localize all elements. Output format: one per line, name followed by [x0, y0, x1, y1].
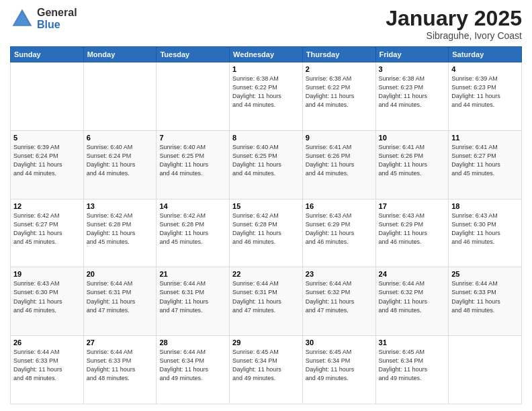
day-info: Sunrise: 6:44 AMSunset: 6:32 PMDaylight:…: [379, 279, 446, 314]
day-info: Sunrise: 6:40 AMSunset: 6:24 PMDaylight:…: [87, 143, 154, 178]
day-number: 4: [451, 65, 519, 73]
day-info: Sunrise: 6:40 AMSunset: 6:25 PMDaylight:…: [159, 143, 226, 178]
day-info: Sunrise: 6:43 AMSunset: 6:30 PMDaylight:…: [13, 279, 81, 314]
calendar-cell: 21Sunrise: 6:44 AMSunset: 6:31 PMDayligh…: [157, 267, 230, 336]
title-block: January 2025 Sibraguhe, Ivory Coast: [386, 7, 522, 41]
calendar-cell: 25Sunrise: 6:44 AMSunset: 6:33 PMDayligh…: [449, 267, 522, 336]
day-number: 31: [379, 338, 446, 347]
calendar-cell: 15Sunrise: 6:42 AMSunset: 6:28 PMDayligh…: [230, 199, 303, 267]
day-info: Sunrise: 6:44 AMSunset: 6:31 PMDaylight:…: [87, 279, 154, 314]
calendar-cell: 11Sunrise: 6:41 AMSunset: 6:27 PMDayligh…: [449, 130, 522, 199]
calendar-cell: [449, 336, 522, 404]
calendar-week-3: 12Sunrise: 6:42 AMSunset: 6:27 PMDayligh…: [11, 199, 522, 267]
day-info: Sunrise: 6:41 AMSunset: 6:27 PMDaylight:…: [451, 143, 519, 178]
day-number: 6: [87, 134, 154, 142]
day-info: Sunrise: 6:38 AMSunset: 6:22 PMDaylight:…: [306, 75, 373, 109]
logo-general-label: General: [37, 7, 77, 19]
day-of-week-thursday: Thursday: [302, 47, 375, 62]
day-info: Sunrise: 6:45 AMSunset: 6:34 PMDaylight:…: [232, 348, 300, 383]
day-info: Sunrise: 6:45 AMSunset: 6:34 PMDaylight:…: [379, 348, 446, 383]
calendar-cell: 7Sunrise: 6:40 AMSunset: 6:25 PMDaylight…: [157, 130, 230, 199]
calendar-title: January 2025: [386, 7, 522, 30]
calendar-cell: [157, 62, 230, 131]
day-info: Sunrise: 6:40 AMSunset: 6:25 PMDaylight:…: [232, 143, 300, 178]
calendar-cell: 17Sunrise: 6:43 AMSunset: 6:29 PMDayligh…: [375, 199, 449, 267]
calendar-cell: 2Sunrise: 6:38 AMSunset: 6:22 PMDaylight…: [302, 62, 375, 131]
day-info: Sunrise: 6:44 AMSunset: 6:31 PMDaylight:…: [232, 279, 300, 314]
day-number: 19: [13, 270, 81, 278]
day-number: 1: [232, 65, 300, 73]
day-number: 16: [306, 202, 373, 210]
day-number: 20: [87, 270, 154, 278]
calendar-cell: 3Sunrise: 6:38 AMSunset: 6:23 PMDaylight…: [375, 62, 449, 131]
day-info: Sunrise: 6:44 AMSunset: 6:32 PMDaylight:…: [306, 279, 373, 314]
day-info: Sunrise: 6:38 AMSunset: 6:23 PMDaylight:…: [379, 75, 446, 109]
day-number: 18: [451, 202, 519, 210]
header: General Blue January 2025 Sibraguhe, Ivo…: [10, 7, 522, 41]
day-info: Sunrise: 6:44 AMSunset: 6:34 PMDaylight:…: [159, 348, 226, 383]
calendar-cell: 14Sunrise: 6:42 AMSunset: 6:28 PMDayligh…: [157, 199, 230, 267]
calendar-cell: 4Sunrise: 6:39 AMSunset: 6:23 PMDaylight…: [449, 62, 522, 131]
day-number: 3: [379, 65, 446, 73]
day-info: Sunrise: 6:44 AMSunset: 6:33 PMDaylight:…: [13, 348, 81, 383]
day-info: Sunrise: 6:43 AMSunset: 6:30 PMDaylight:…: [451, 212, 519, 246]
day-number: 28: [159, 338, 226, 347]
calendar-cell: 27Sunrise: 6:44 AMSunset: 6:33 PMDayligh…: [83, 336, 157, 404]
calendar-cell: [11, 62, 84, 131]
calendar-cell: 20Sunrise: 6:44 AMSunset: 6:31 PMDayligh…: [83, 267, 157, 336]
day-info: Sunrise: 6:42 AMSunset: 6:28 PMDaylight:…: [232, 212, 300, 246]
day-of-week-monday: Monday: [83, 47, 157, 62]
logo-icon: [10, 7, 34, 31]
calendar-cell: 8Sunrise: 6:40 AMSunset: 6:25 PMDaylight…: [230, 130, 303, 199]
calendar-cell: 13Sunrise: 6:42 AMSunset: 6:28 PMDayligh…: [83, 199, 157, 267]
day-number: 9: [306, 134, 373, 142]
calendar-body: 1Sunrise: 6:38 AMSunset: 6:22 PMDaylight…: [11, 62, 522, 404]
calendar-cell: 10Sunrise: 6:41 AMSunset: 6:26 PMDayligh…: [375, 130, 449, 199]
day-of-week-friday: Friday: [375, 47, 449, 62]
day-info: Sunrise: 6:44 AMSunset: 6:33 PMDaylight:…: [451, 279, 519, 314]
day-number: 2: [306, 65, 373, 73]
day-number: 13: [87, 202, 154, 210]
day-info: Sunrise: 6:45 AMSunset: 6:34 PMDaylight:…: [306, 348, 373, 383]
calendar-cell: 9Sunrise: 6:41 AMSunset: 6:26 PMDaylight…: [302, 130, 375, 199]
day-info: Sunrise: 6:44 AMSunset: 6:33 PMDaylight:…: [87, 348, 154, 383]
calendar-header: SundayMondayTuesdayWednesdayThursdayFrid…: [11, 47, 522, 62]
calendar-cell: 24Sunrise: 6:44 AMSunset: 6:32 PMDayligh…: [375, 267, 449, 336]
calendar-cell: 29Sunrise: 6:45 AMSunset: 6:34 PMDayligh…: [230, 336, 303, 404]
calendar-cell: 16Sunrise: 6:43 AMSunset: 6:29 PMDayligh…: [302, 199, 375, 267]
day-number: 27: [87, 338, 154, 347]
calendar-cell: 31Sunrise: 6:45 AMSunset: 6:34 PMDayligh…: [375, 336, 449, 404]
day-number: 22: [232, 270, 300, 278]
calendar-cell: [83, 62, 157, 131]
calendar-cell: 1Sunrise: 6:38 AMSunset: 6:22 PMDaylight…: [230, 62, 303, 131]
calendar-cell: 26Sunrise: 6:44 AMSunset: 6:33 PMDayligh…: [11, 336, 84, 404]
day-of-week-sunday: Sunday: [11, 47, 84, 62]
day-number: 24: [379, 270, 446, 278]
day-info: Sunrise: 6:39 AMSunset: 6:23 PMDaylight:…: [451, 75, 519, 109]
day-number: 23: [306, 270, 373, 278]
page: General Blue January 2025 Sibraguhe, Ivo…: [0, 0, 532, 411]
day-info: Sunrise: 6:38 AMSunset: 6:22 PMDaylight:…: [232, 75, 300, 109]
day-number: 29: [232, 338, 300, 347]
day-number: 5: [13, 134, 81, 142]
calendar-cell: 6Sunrise: 6:40 AMSunset: 6:24 PMDaylight…: [83, 130, 157, 199]
day-info: Sunrise: 6:43 AMSunset: 6:29 PMDaylight:…: [306, 212, 373, 246]
day-number: 10: [379, 134, 446, 142]
calendar-cell: 28Sunrise: 6:44 AMSunset: 6:34 PMDayligh…: [157, 336, 230, 404]
day-info: Sunrise: 6:44 AMSunset: 6:31 PMDaylight:…: [159, 279, 226, 314]
day-info: Sunrise: 6:43 AMSunset: 6:29 PMDaylight:…: [379, 212, 446, 246]
calendar-cell: 5Sunrise: 6:39 AMSunset: 6:24 PMDaylight…: [11, 130, 84, 199]
calendar-week-5: 26Sunrise: 6:44 AMSunset: 6:33 PMDayligh…: [11, 336, 522, 404]
calendar-cell: 23Sunrise: 6:44 AMSunset: 6:32 PMDayligh…: [302, 267, 375, 336]
calendar-week-4: 19Sunrise: 6:43 AMSunset: 6:30 PMDayligh…: [11, 267, 522, 336]
calendar-location: Sibraguhe, Ivory Coast: [386, 30, 522, 41]
day-number: 30: [306, 338, 373, 347]
day-of-week-wednesday: Wednesday: [230, 47, 303, 62]
day-of-week-saturday: Saturday: [449, 47, 522, 62]
logo-text: General Blue: [37, 7, 77, 30]
day-info: Sunrise: 6:41 AMSunset: 6:26 PMDaylight:…: [306, 143, 373, 178]
calendar-cell: 30Sunrise: 6:45 AMSunset: 6:34 PMDayligh…: [302, 336, 375, 404]
day-number: 14: [159, 202, 226, 210]
calendar-cell: 12Sunrise: 6:42 AMSunset: 6:27 PMDayligh…: [11, 199, 84, 267]
day-info: Sunrise: 6:42 AMSunset: 6:28 PMDaylight:…: [87, 212, 154, 246]
